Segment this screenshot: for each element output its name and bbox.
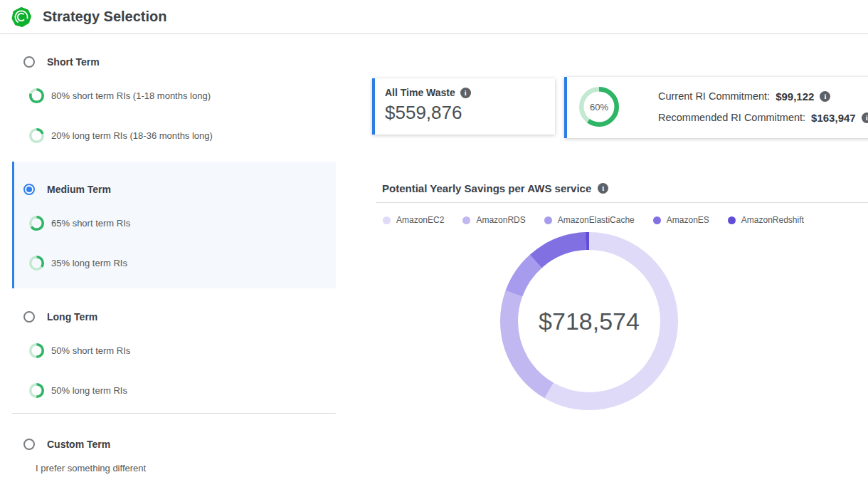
current-commitment-value: $99,122 [776,90,814,103]
legend-label: AmazonRDS [476,215,525,225]
item-label: 35% long term RIs [51,258,127,268]
legend-label: AmazonEC2 [396,215,444,225]
item-label: 50% short term RIs [51,345,130,356]
chart-title: Potential Yearly Savings per AWS service [382,182,591,194]
page-title: Strategy Selection [43,0,167,33]
legend-dot-icon [383,216,391,224]
strategy-selection-page: { "colors": { "green": "#2eb566", "green… [0,0,868,492]
list-item: 50% short term RIs [29,342,130,358]
legend-item-amazonelasticache[interactable]: AmazonElastiCache [544,215,635,225]
option-custom-term[interactable]: Custom Term [23,437,110,451]
item-label: 50% long term RIs [51,385,127,396]
percent-ring-icon [29,88,44,103]
info-icon[interactable] [460,88,471,98]
list-item: 50% long term RIs [29,382,127,398]
list-item: 20% long term RIs (18-36 months long) [29,127,213,143]
legend-label: AmazonES [667,215,709,225]
recommended-commitment-value: $163,947 [811,112,856,124]
donut-total-value: $718,574 [500,232,678,410]
option-label: Custom Term [47,439,110,450]
radio-short-term[interactable] [23,56,35,68]
legend-dot-icon [728,216,736,224]
ri-commitment-card: 60% Current RI Commitment: $99,122 Recom… [564,77,868,138]
legend-item-amazones[interactable]: AmazonES [653,215,709,225]
all-time-waste-value: $559,876 [385,102,555,124]
card-title: All Time Waste [385,87,455,98]
legend-item-amazonredshift[interactable]: AmazonRedshift [728,215,804,225]
legend-item-amazonec2[interactable]: AmazonEC2 [383,215,444,225]
option-long-term[interactable]: Long Term [23,310,97,324]
radio-medium-term[interactable] [23,184,35,195]
option-medium-term[interactable]: Medium Term [23,182,111,197]
chart-legend: AmazonEC2 AmazonRDS AmazonElastiCache Am… [383,215,804,225]
percent-ring-icon [29,383,44,398]
divider [12,413,336,414]
option-label: Short Term [47,56,100,68]
percent-ring-icon [29,216,44,231]
divider [376,202,868,203]
info-icon[interactable] [862,112,868,123]
option-short-term[interactable]: Short Term [23,55,100,69]
strategy-options-panel: Short Term 80% short term RIs (1-18 mont… [12,34,336,492]
item-label: 80% short term RIs (1-18 months long) [51,90,211,101]
list-item: 80% short term RIs (1-18 months long) [29,88,211,103]
list-item: 65% short term RIs [29,215,130,231]
info-icon[interactable] [598,183,608,194]
percent-ring-icon [29,343,44,358]
legend-item-amazonrds[interactable]: AmazonRDS [462,215,525,225]
gauge-percent-label: 60% [579,87,619,127]
info-icon[interactable] [820,91,830,102]
chart-header: Potential Yearly Savings per AWS service [382,182,608,194]
legend-label: AmazonElastiCache [558,215,635,225]
option-label: Long Term [47,311,97,323]
legend-dot-icon [653,216,661,224]
legend-dot-icon [544,216,552,224]
all-time-waste-card: All Time Waste $559,876 [372,78,555,135]
item-label: 65% short term RIs [51,218,130,229]
radio-long-term[interactable] [23,311,35,323]
cloudcheckr-logo-icon [11,7,31,27]
item-label: 20% long term RIs (18-36 months long) [51,130,213,141]
list-item: 35% long term RIs [29,255,127,271]
recommended-commitment-label: Recommended RI Commitment: [658,112,805,123]
percent-ring-icon [29,128,44,143]
legend-dot-icon [462,216,470,224]
option-label: Medium Term [47,184,111,195]
percent-ring-icon [29,256,44,271]
radio-custom-term[interactable] [23,439,35,450]
app-header: Strategy Selection [0,0,868,34]
current-commitment-row: Current RI Commitment: $99,122 [658,89,830,103]
custom-term-description: I prefer something different [36,463,146,473]
recommended-commitment-row: Recommended RI Commitment: $163,947 [658,110,868,125]
legend-label: AmazonRedshift [741,215,804,225]
current-commitment-label: Current RI Commitment: [658,90,770,102]
